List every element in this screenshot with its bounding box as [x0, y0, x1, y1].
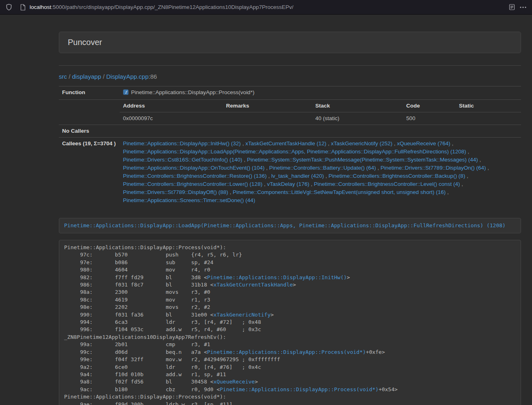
callee-separator: , [241, 140, 245, 146]
url-text: localhost:5000/path/src/displayapp/Displ… [30, 4, 293, 10]
callee-separator: , [466, 149, 470, 155]
stats-header-row: AddressRemarksStackCodeStatic [120, 100, 521, 112]
callee-separator: , [392, 140, 397, 146]
callee-link[interactable]: Pinetime::Controllers::BrightnessControl… [314, 181, 460, 187]
url-host: localhost [30, 4, 51, 10]
callee-link[interactable]: Pinetime::Applications::DisplayApp::Load… [123, 149, 466, 155]
callee-link[interactable]: Pinetime::Drivers::Cst816S::GetTouchInfo… [123, 157, 242, 163]
stats-row-label [59, 100, 120, 125]
callee-link[interactable]: Pinetime::Controllers::BrightnessControl… [123, 181, 263, 187]
stats-header: Stack [312, 100, 403, 112]
selected-symbol-link[interactable]: Pinetime::Applications::DisplayApp::Load… [64, 222, 506, 228]
callee-link[interactable]: Pinetime::System::SystemTask::PushMessag… [247, 157, 478, 163]
callee-link[interactable]: Pinetime::Controllers::Battery::Update()… [269, 165, 376, 171]
callee-separator: , [265, 165, 269, 171]
disassembly-symbol-link[interactable]: xQueueReceive [213, 379, 255, 385]
symbol-table: Function f Pinetime::Applications::Displ… [59, 86, 521, 207]
breadcrumb-link[interactable]: src [59, 73, 67, 80]
stats-header: Remarks [223, 100, 312, 112]
callee-separator: , [309, 181, 314, 187]
stats-header: Code [403, 100, 456, 112]
selected-symbol-panel: Pinetime::Applications::DisplayApp::Load… [59, 218, 521, 233]
breadcrumb-link[interactable]: displayapp [72, 73, 101, 80]
function-row: Function f Pinetime::Applications::Displ… [59, 86, 521, 100]
stats-value-row: 0x0000097c40 (static)500 [120, 112, 521, 125]
callee-separator: , [267, 173, 271, 179]
callee-link[interactable]: Pinetime::Applications::DisplayApp::OnTo… [123, 165, 265, 171]
disassembly-symbol-link[interactable]: Pinetime::Applications::DisplayApp::Proc… [207, 349, 366, 355]
callee-link[interactable]: Pinetime::Drivers::St7789::DisplayOff() … [123, 189, 228, 195]
url-bar[interactable]: localhost:5000/path/src/displayapp/Displ… [17, 4, 504, 11]
callee-link[interactable]: Pinetime::Drivers::St7789::DisplayOn() (… [381, 165, 486, 171]
callee-link[interactable]: xTaskGetCurrentTaskHandle (12) [246, 140, 327, 146]
breadcrumb-line-number: :86 [149, 73, 157, 80]
breadcrumb-separator: / [67, 73, 72, 80]
stats-value: 40 (static) [312, 112, 403, 125]
shield-icon[interactable] [6, 4, 12, 11]
function-icon: f [123, 89, 129, 97]
page-content: Puncover src / displayapp / DisplayApp.c… [0, 15, 532, 405]
breadcrumb-separator: / [101, 73, 106, 80]
callee-link[interactable]: lv_task_handler (420) [271, 173, 324, 179]
stats-value [456, 112, 521, 125]
callee-separator: , [460, 181, 463, 187]
browser-toolbar: localhost:5000/path/src/displayapp/Displ… [0, 0, 532, 15]
callers-cell [120, 125, 521, 138]
callee-link[interactable]: Pinetime::Controllers::BrightnessControl… [123, 173, 267, 179]
callee-link[interactable]: xTaskGenericNotify (252) [331, 140, 393, 146]
callee-separator: , [465, 173, 468, 179]
callee-link[interactable]: Pinetime::Applications::DisplayApp::Init… [123, 140, 241, 146]
callee-separator: , [376, 165, 381, 171]
function-cell: f Pinetime::Applications::DisplayApp::Pr… [120, 86, 521, 100]
app-header-panel: Puncover [59, 32, 521, 53]
no-callers-label: No Callers [59, 125, 120, 138]
stats-cell: AddressRemarksStackCodeStatic 0x0000097c… [120, 100, 521, 125]
disassembly-symbol-link[interactable]: Pinetime::Applications::DisplayApp::Init… [207, 274, 347, 280]
callee-link[interactable]: xQueueReceive (764) [397, 140, 450, 146]
callee-separator: , [478, 157, 481, 163]
page-title: Puncover [68, 38, 512, 47]
callee-separator: , [446, 189, 449, 195]
callees-list: Pinetime::Applications::DisplayApp::Init… [120, 138, 521, 207]
stats-header: Static [456, 100, 521, 112]
callee-separator: , [242, 157, 247, 163]
callees-label: Callees (19, Σ=3704 ) [59, 138, 120, 207]
callee-separator: , [326, 140, 331, 146]
stats-row-container: AddressRemarksStackCodeStatic 0x0000097c… [59, 100, 521, 125]
divider [59, 65, 521, 66]
stats-value: 500 [403, 112, 456, 125]
callee-separator: , [263, 181, 267, 187]
callee-link[interactable]: Pinetime::Components::LittleVgl::SetNewT… [233, 189, 446, 195]
callee-link[interactable]: vTaskDelay (176) [267, 181, 309, 187]
callers-row: No Callers [59, 125, 521, 138]
stats-header: Address [120, 100, 223, 112]
disassembly-block: Pinetime::Applications::DisplayApp::Proc… [59, 240, 521, 405]
overflow-menu-icon[interactable] [520, 6, 526, 8]
callee-separator: , [324, 173, 328, 179]
function-row-label: Function [59, 86, 120, 100]
callees-row: Callees (19, Σ=3704 ) Pinetime::Applicat… [59, 138, 521, 207]
stats-value [223, 112, 312, 125]
callee-separator: , [228, 189, 233, 195]
callee-link[interactable]: Pinetime::Controllers::BrightnessControl… [329, 173, 465, 179]
breadcrumb: src / displayapp / DisplayApp.cpp:86 [59, 73, 521, 81]
breadcrumb-link[interactable]: DisplayApp.cpp [106, 73, 149, 80]
disassembly-symbol-link[interactable]: Pinetime::Applications::DisplayApp::Proc… [220, 386, 379, 392]
url-path: :5000/path/src/displayapp/DisplayApp.cpp… [51, 4, 293, 10]
stats-value: 0x0000097c [120, 112, 223, 125]
disassembly-symbol-link[interactable]: xTaskGenericNotify [213, 312, 271, 318]
callee-link[interactable]: Pinetime::Applications::Screens::Timer::… [123, 197, 255, 203]
callee-separator: , [486, 165, 489, 171]
content-container: Puncover src / displayapp / DisplayApp.c… [59, 32, 521, 405]
stats-table: AddressRemarksStackCodeStatic 0x0000097c… [120, 100, 521, 125]
reader-view-icon[interactable] [509, 4, 515, 10]
function-name: Pinetime::Applications::DisplayApp::Proc… [131, 89, 254, 95]
callee-separator: , [450, 140, 454, 146]
disassembly-symbol-link[interactable]: xTaskGetCurrentTaskHandle [213, 282, 293, 288]
page-icon [20, 4, 26, 11]
